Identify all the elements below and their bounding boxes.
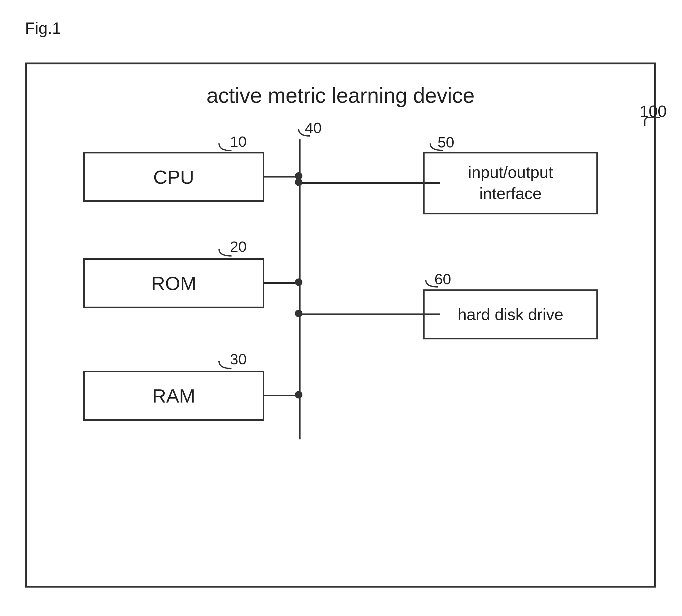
- cpu-bus-hline: [264, 176, 299, 177]
- io-bus-dot: [295, 178, 302, 186]
- ref-10-curve: [216, 142, 235, 151]
- figure-label: Fig.1: [25, 19, 61, 38]
- io-label-line1: input/output: [468, 162, 553, 183]
- io-label-line2: interface: [479, 183, 541, 204]
- rom-bus-dot: [295, 279, 302, 286]
- rom-box: ROM: [83, 258, 264, 308]
- cpu-box: CPU: [83, 152, 264, 202]
- bus-hdd-hline: [300, 313, 440, 315]
- ram-bus-hline: [264, 395, 299, 396]
- rom-label: ROM: [151, 272, 197, 294]
- ref-100-curve: [644, 117, 660, 126]
- ram-bus-dot: [295, 391, 302, 398]
- ref-60-curve: [423, 279, 440, 288]
- device-container: active metric learning device 100 CPU 10…: [25, 63, 656, 588]
- ref-50-curve: [427, 142, 444, 151]
- hdd-box: hard disk drive: [423, 289, 598, 339]
- ref-20-curve: [216, 247, 235, 257]
- device-title: active metric learning device: [27, 83, 654, 108]
- bus-io-hline: [300, 182, 440, 184]
- cpu-label: CPU: [153, 166, 194, 188]
- ram-label: RAM: [152, 385, 195, 407]
- ref-40-curve: [296, 128, 312, 137]
- hdd-label: hard disk drive: [458, 305, 563, 324]
- ref-30-curve: [216, 360, 235, 369]
- hdd-bus-dot: [295, 310, 302, 317]
- io-box: input/output interface: [423, 152, 598, 214]
- ram-box: RAM: [83, 371, 264, 421]
- rom-bus-hline: [264, 282, 299, 284]
